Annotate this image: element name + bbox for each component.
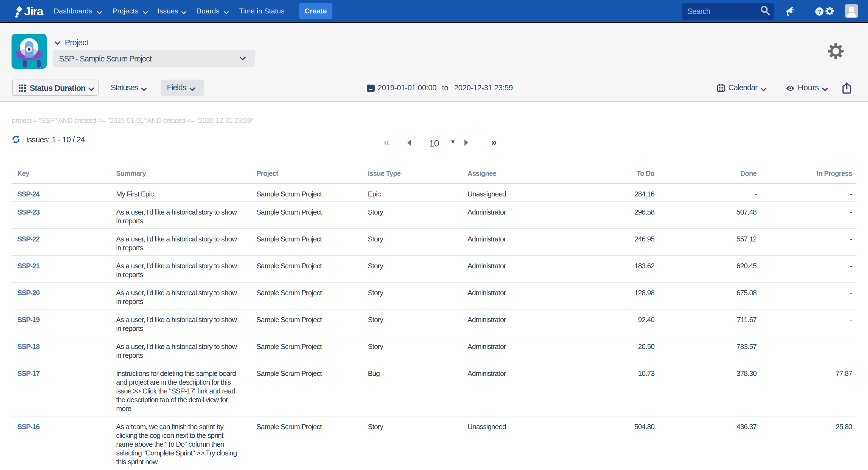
svg-text:?: ? [817,8,821,15]
